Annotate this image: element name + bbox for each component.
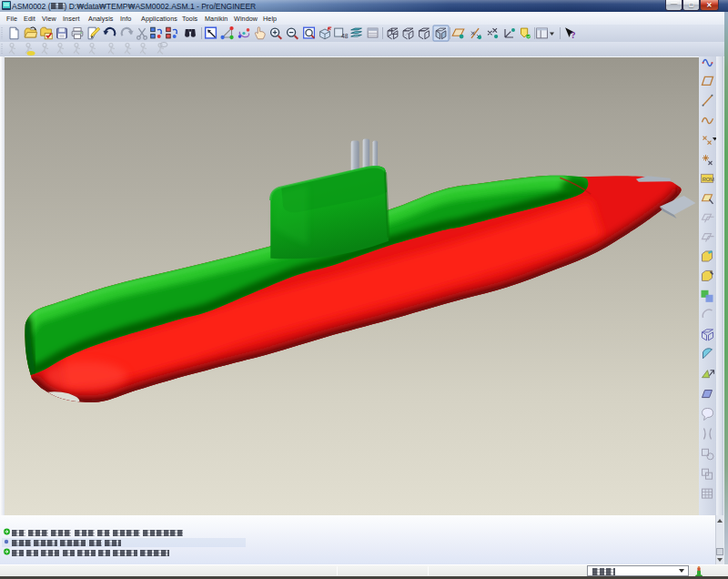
svg-text:?: ? <box>571 30 575 40</box>
svg-text:48: 48 <box>341 33 349 39</box>
svg-text:ROM: ROM <box>703 177 714 182</box>
